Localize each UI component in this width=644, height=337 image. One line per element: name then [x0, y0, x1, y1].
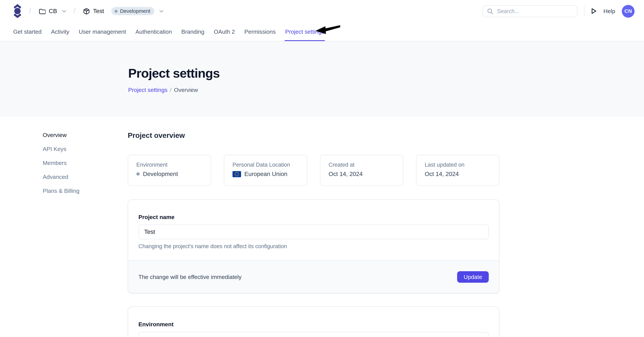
- topbar-divider: [584, 6, 584, 16]
- card-value-text: Oct 14, 2024: [329, 171, 363, 177]
- main-panel: Project overview Environment Development…: [128, 131, 500, 337]
- user-avatar[interactable]: CN: [622, 5, 635, 17]
- page-title: Project settings: [128, 66, 644, 81]
- chevron-down-icon: [62, 10, 66, 12]
- project-switcher[interactable]: Test Development: [83, 7, 164, 15]
- environment-dot-icon: [136, 172, 140, 175]
- breadcrumb-separator: /: [74, 7, 75, 15]
- page-header: Project settings Project settings / Over…: [0, 41, 644, 117]
- card-label: Personal Data Location: [232, 162, 298, 168]
- card-value-text: European Union: [244, 171, 288, 177]
- tab-branding[interactable]: Branding: [181, 22, 205, 41]
- search-input[interactable]: [497, 8, 573, 14]
- card-value: Development: [136, 171, 202, 177]
- tab-get-started[interactable]: Get started: [13, 22, 42, 41]
- eu-flag-icon: [232, 171, 241, 177]
- package-icon: [83, 8, 90, 15]
- environment-badge: Development: [112, 7, 154, 15]
- sidebar-item-advanced[interactable]: Advanced: [43, 174, 128, 180]
- breadcrumb-current: Overview: [174, 87, 198, 93]
- sidebar-item-api-keys[interactable]: API Keys: [43, 146, 128, 152]
- content-area: Overview API Keys Members Advanced Plans…: [0, 117, 644, 337]
- breadcrumb-parent-link[interactable]: Project settings: [128, 87, 168, 93]
- card-data-location: Personal Data Location: [224, 155, 307, 186]
- environment-panel-body: Environment Development: [128, 307, 499, 337]
- top-bar-right: Help CN: [483, 5, 634, 17]
- card-created-at: Created at Oct 14, 2024: [320, 155, 403, 186]
- environment-select-value: Development: [151, 336, 185, 337]
- project-name-helper: Changing the project's name does not aff…: [138, 243, 488, 250]
- card-value: Oct 14, 2024: [425, 171, 491, 177]
- card-value: Oct 14, 2024: [329, 171, 395, 177]
- settings-sidebar: Overview API Keys Members Advanced Plans…: [43, 131, 128, 337]
- chevron-down-icon: [159, 10, 164, 12]
- environment-label: Environment: [138, 321, 488, 328]
- card-value-text: Oct 14, 2024: [425, 171, 459, 177]
- project-name-panel-body: Project name Changing the project's name…: [128, 200, 499, 260]
- card-environment: Environment Development: [128, 155, 211, 186]
- search-box[interactable]: [483, 5, 578, 17]
- overview-cards: Environment Development Personal Data Lo…: [128, 155, 500, 186]
- tab-authentication[interactable]: Authentication: [135, 22, 172, 41]
- tab-activity[interactable]: Activity: [50, 22, 70, 41]
- card-label: Last updated on: [425, 162, 491, 168]
- tab-bar: Get started Activity User management Aut…: [0, 22, 644, 41]
- update-button[interactable]: Update: [457, 271, 489, 283]
- card-value-text: Development: [143, 171, 178, 177]
- project-name-label: Project name: [138, 214, 488, 220]
- breadcrumb-separator: /: [170, 87, 172, 93]
- card-value: European Union: [232, 171, 298, 177]
- project-name-input[interactable]: [138, 225, 488, 239]
- help-link[interactable]: Help: [604, 8, 615, 14]
- sidebar-item-plans-billing[interactable]: Plans & Billing: [43, 188, 128, 194]
- sidebar-item-overview[interactable]: Overview: [43, 132, 128, 138]
- breadcrumb: Project settings / Overview: [128, 87, 644, 93]
- annotation-arrow: [315, 24, 341, 37]
- app-root: / CB /: [0, 0, 644, 337]
- breadcrumb-separator: /: [29, 7, 31, 15]
- run-demo-icon[interactable]: [591, 8, 597, 14]
- environment-panel: Environment Development: [128, 307, 500, 337]
- org-name: CB: [49, 8, 57, 14]
- card-last-updated: Last updated on Oct 14, 2024: [416, 155, 499, 186]
- app-logo-icon[interactable]: [13, 3, 22, 19]
- tab-oauth2[interactable]: OAuth 2: [214, 22, 236, 41]
- tab-permissions[interactable]: Permissions: [244, 22, 276, 41]
- top-bar-left: / CB /: [13, 3, 164, 19]
- org-switcher[interactable]: CB: [38, 8, 66, 14]
- sidebar-item-members[interactable]: Members: [43, 160, 128, 166]
- section-heading: Project overview: [128, 131, 500, 140]
- card-label: Created at: [329, 162, 395, 168]
- search-icon: [487, 8, 494, 14]
- environment-dot-icon: [115, 10, 118, 12]
- tab-user-management[interactable]: User management: [78, 22, 126, 41]
- footer-note: The change will be effective immediately: [138, 274, 242, 280]
- project-name-panel-footer: The change will be effective immediately…: [128, 260, 499, 293]
- environment-badge-label: Development: [120, 8, 150, 14]
- environment-select[interactable]: Development: [138, 332, 488, 337]
- top-bar: / CB /: [0, 0, 644, 22]
- card-label: Environment: [136, 162, 202, 168]
- folder-icon: [38, 8, 46, 14]
- project-name-panel: Project name Changing the project's name…: [128, 199, 500, 294]
- project-name: Test: [93, 8, 104, 14]
